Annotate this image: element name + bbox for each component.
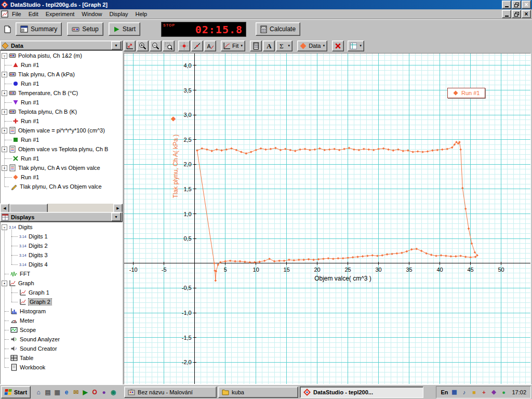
- dropdown-arrow-icon[interactable]: ▼: [240, 44, 243, 47]
- media-icon[interactable]: ▶: [81, 387, 90, 397]
- keyboard-icon[interactable]: ▦: [450, 388, 458, 396]
- data-item-objem-valce-vs-teplota-plynu-ch-b[interactable]: -Objem valce vs Teplota plynu, Ch B: [1, 144, 122, 154]
- menu-item-help[interactable]: Help: [132, 10, 151, 18]
- display-item-digits-3[interactable]: 3.14Digits 3: [1, 250, 122, 260]
- display-item-scope[interactable]: Scope: [1, 325, 122, 335]
- data-item-teplota-plynu-ch-b-k[interactable]: -Teplota plynu, Ch B (K): [1, 107, 122, 116]
- display-item-sound-creator[interactable]: ♪Sound Creator: [1, 344, 122, 353]
- run-item[interactable]: Run #1: [1, 79, 122, 88]
- datastudio-icon: [303, 389, 311, 396]
- data-item-temperature-ch-b-c[interactable]: -Temperature, Ch B (°C): [1, 88, 122, 98]
- network-icon[interactable]: ●: [499, 388, 508, 396]
- dropdown-arrow-icon[interactable]: ▼: [287, 44, 290, 47]
- zoom-select-button[interactable]: [163, 41, 175, 51]
- run-item[interactable]: Run #1: [1, 60, 122, 70]
- run-label: Run #1: [21, 62, 39, 68]
- calculate-button[interactable]: Calculate: [256, 22, 300, 36]
- desktop-icon[interactable]: ⌂: [34, 387, 43, 397]
- start-button[interactable]: Start: [1, 386, 31, 398]
- scrollbar-track[interactable]: [9, 204, 113, 212]
- data-menu-button[interactable]: Data▼: [297, 41, 327, 51]
- display-item-digits-1[interactable]: 3.14Digits 1: [1, 232, 122, 241]
- zoom-out-button[interactable]: [150, 41, 162, 51]
- data-item-objem-valce-pi-r-r-y-100-cm-3[interactable]: -Objem valce = pi*r*r*y*100 (cm^3): [1, 126, 122, 135]
- displays-panel-icon: [2, 214, 9, 221]
- display-item-meter[interactable]: Meter: [1, 316, 122, 325]
- data-item-poloha-pistu-ch-1-2-m[interactable]: -Poloha pistu, Ch 1&2 (m): [1, 51, 122, 60]
- zoom-in-button[interactable]: [137, 41, 149, 51]
- display-item-digits-4[interactable]: 3.14Digits 4: [1, 260, 122, 269]
- antivirus-icon[interactable]: +: [480, 388, 488, 396]
- run-item[interactable]: Run #1: [1, 172, 122, 182]
- data-item-tlak-plynu-ch-a-vs-objem-valce[interactable]: Tlak plynu, Ch A vs Objem valce: [1, 182, 122, 191]
- display-item-graph-1[interactable]: Graph 1: [1, 288, 122, 297]
- graph-display[interactable]: -10-551015202530354045504,03,53,02,52,01…: [124, 53, 531, 384]
- smart-tool-button[interactable]: [178, 41, 190, 51]
- statistics-button[interactable]: Σ▼: [276, 41, 292, 51]
- dropdown-arrow-icon[interactable]: ▼: [322, 44, 325, 47]
- task-button-datastudio-tepl200[interactable]: DataStudio - tepl200...: [300, 387, 423, 398]
- slope-tool-button[interactable]: [191, 41, 203, 51]
- display-item-digits[interactable]: -3.14Digits: [1, 222, 122, 232]
- remove-button[interactable]: [332, 41, 344, 51]
- mail-icon[interactable]: ✉: [71, 387, 81, 397]
- child-window-icon[interactable]: [1, 10, 8, 18]
- run-item[interactable]: Run #1: [1, 154, 122, 163]
- note-tool-button[interactable]: A: [204, 41, 216, 51]
- data-horizontal-scrollbar[interactable]: ◀ ▶: [0, 204, 123, 212]
- messenger-icon[interactable]: ◉: [109, 387, 118, 397]
- player-icon[interactable]: ●: [99, 387, 109, 397]
- run-item[interactable]: Run #1: [1, 98, 122, 107]
- printer-icon[interactable]: ▦: [52, 387, 62, 397]
- child-close-button[interactable]: ×: [522, 10, 531, 18]
- display-item-table[interactable]: Table: [1, 353, 122, 363]
- task-button-kuba[interactable]: kuba: [218, 387, 298, 398]
- app-icon[interactable]: [1, 1, 8, 8]
- fit-menu-button[interactable]: Fit▼: [221, 41, 245, 51]
- minimize-button[interactable]: [502, 1, 511, 9]
- graphics-icon[interactable]: ◆: [489, 388, 498, 396]
- browser-icon[interactable]: O: [90, 387, 99, 397]
- paint-icon: [128, 389, 135, 396]
- child-minimize-button[interactable]: [502, 10, 511, 18]
- restore-button[interactable]: [512, 1, 521, 9]
- display-item-graph-2[interactable]: Graph 2: [1, 297, 122, 307]
- legend[interactable]: Run #1: [447, 88, 485, 98]
- close-button[interactable]: ×: [522, 1, 531, 9]
- data-panel-menu-button[interactable]: ▼: [111, 41, 121, 50]
- display-item-fft[interactable]: FFT: [1, 269, 122, 278]
- calculator-button[interactable]: [250, 41, 262, 51]
- dropdown-arrow-icon[interactable]: ▼: [359, 44, 362, 47]
- start-button-toolbar[interactable]: Start: [109, 22, 140, 36]
- display-item-graph[interactable]: -Graph: [1, 278, 122, 288]
- task-button-bez-n-zvu-malov-n[interactable]: Bez názvu - Malování: [124, 387, 217, 398]
- new-file-icon[interactable]: [2, 23, 12, 35]
- data-item-tlak-plynu-ch-a-kpa[interactable]: -Tlak plynu, Ch A (kPa): [1, 70, 122, 79]
- child-restore-button[interactable]: [512, 10, 521, 18]
- display-item-workbook[interactable]: Workbook: [1, 363, 122, 372]
- setup-button[interactable]: Setup: [67, 22, 103, 36]
- x-axis-label[interactable]: Objem valce( cm^3 ): [291, 275, 395, 282]
- run-item[interactable]: Run #1: [1, 116, 122, 126]
- data-item-tlak-plynu-ch-a-vs-objem-valce[interactable]: -Tlak plynu, Ch A vs Objem valce: [1, 163, 122, 172]
- settings-button[interactable]: ▼: [348, 41, 364, 51]
- display-item-histogram[interactable]: Histogram: [1, 307, 122, 316]
- scale-to-fit-button[interactable]: [124, 41, 136, 51]
- menu-item-window[interactable]: Window: [78, 10, 105, 18]
- menu-item-file[interactable]: File: [8, 10, 25, 18]
- display-item-digits-2[interactable]: 3.14Digits 2: [1, 241, 122, 250]
- summary-button[interactable]: Summary: [16, 22, 62, 36]
- y-axis-label[interactable]: Tlak plynu, Ch A( kPa ): [172, 103, 179, 230]
- menu-item-display[interactable]: Display: [105, 10, 131, 18]
- menu-item-experiment[interactable]: Experiment: [42, 10, 78, 18]
- run-item[interactable]: Run #1: [1, 135, 122, 144]
- internet-icon[interactable]: e: [62, 387, 71, 397]
- language-indicator[interactable]: En: [441, 389, 448, 395]
- volume-icon[interactable]: ♪: [460, 388, 468, 396]
- menu-item-edit[interactable]: Edit: [25, 10, 42, 18]
- displays-panel-menu-button[interactable]: ▼: [111, 212, 121, 221]
- document-icon[interactable]: ▤: [43, 387, 52, 397]
- text-button[interactable]: A: [263, 41, 275, 51]
- scheduler-icon[interactable]: ■: [470, 388, 478, 396]
- display-item-sound-analyzer[interactable]: Sound Analyzer: [1, 335, 122, 344]
